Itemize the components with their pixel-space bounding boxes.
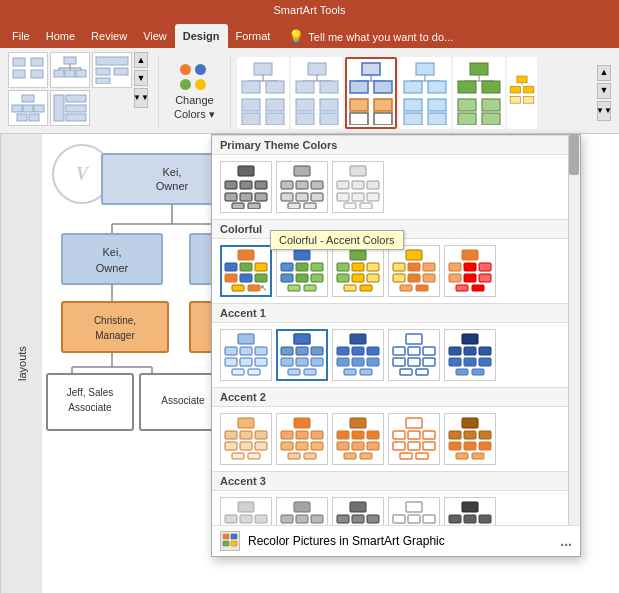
svg-rect-192 [311, 347, 323, 355]
layout-thumb-4[interactable] [8, 90, 48, 126]
smartart-styles-section [237, 52, 593, 133]
tab-review[interactable]: Review [83, 24, 135, 48]
svg-rect-85 [62, 234, 162, 284]
svg-rect-219 [479, 347, 491, 355]
dot-yellow [195, 79, 206, 90]
accent1-option-5[interactable] [444, 329, 496, 381]
svg-rect-162 [406, 250, 422, 260]
svg-rect-70 [458, 113, 476, 125]
svg-rect-177 [479, 274, 491, 282]
change-colors-button[interactable]: ChangeColors ▾ [165, 52, 224, 133]
accent3-option-4[interactable] [388, 497, 440, 525]
svg-rect-222 [479, 358, 491, 366]
primary-option-2[interactable] [276, 161, 328, 213]
colorful-option-3[interactable] [332, 245, 384, 297]
accent2-option-2[interactable] [276, 413, 328, 465]
recolor-more: ... [560, 533, 572, 549]
colorful-option-2[interactable] [276, 245, 328, 297]
svg-rect-44 [320, 113, 338, 125]
styles-scroll-down[interactable]: ▼ [597, 83, 611, 99]
colorful-option-1[interactable]: ↖ [220, 245, 272, 297]
layout-row-2 [8, 90, 132, 126]
section-label-accent2: Accent 2 [212, 387, 580, 407]
scroll-up-button[interactable]: ▲ [134, 52, 148, 68]
accent2-option-5[interactable] [444, 413, 496, 465]
svg-rect-62 [428, 113, 446, 125]
tab-home[interactable]: Home [38, 24, 83, 48]
primary-option-1[interactable] [220, 161, 272, 213]
svg-rect-19 [23, 105, 33, 112]
svg-rect-41 [296, 99, 314, 111]
svg-rect-136 [225, 263, 237, 271]
svg-rect-259 [400, 453, 412, 459]
svg-rect-125 [304, 203, 316, 209]
smartart-style-2[interactable] [291, 57, 343, 129]
styles-scroll-more[interactable]: ▼▼ [597, 101, 611, 121]
recolor-footer[interactable]: Recolor Pictures in SmartArt Graphic ... [212, 525, 580, 556]
smartart-style-3[interactable] [345, 57, 397, 129]
smartart-style-6[interactable] [507, 57, 537, 129]
svg-rect-18 [12, 105, 22, 112]
tell-me-bar[interactable]: 💡 Tell me what you want to do... [278, 25, 463, 48]
accent3-option-1[interactable] [220, 497, 272, 525]
layout-thumb-2[interactable] [50, 52, 90, 88]
tab-file[interactable]: File [4, 24, 38, 48]
section-label-accent1: Accent 1 [212, 303, 580, 323]
svg-rect-194 [296, 358, 308, 366]
svg-rect-30 [242, 81, 260, 93]
svg-rect-26 [66, 114, 86, 121]
primary-option-3[interactable] [332, 161, 384, 213]
svg-rect-36 [308, 63, 326, 75]
svg-rect-225 [238, 418, 254, 428]
accent1-option-2[interactable] [276, 329, 328, 381]
svg-rect-32 [242, 99, 260, 111]
svg-rect-50 [350, 99, 368, 111]
tab-view[interactable]: View [135, 24, 175, 48]
svg-rect-158 [352, 274, 364, 282]
svg-rect-176 [464, 274, 476, 282]
svg-rect-220 [449, 358, 461, 366]
accent2-option-4[interactable] [388, 413, 440, 465]
svg-rect-146 [296, 263, 308, 271]
svg-rect-61 [404, 113, 422, 125]
svg-text:Associate: Associate [161, 395, 205, 406]
smartart-style-4[interactable] [399, 57, 451, 129]
scrollbar-track[interactable] [568, 135, 580, 525]
smartart-style-1[interactable] [237, 57, 289, 129]
svg-rect-121 [281, 193, 293, 201]
accent3-option-3[interactable] [332, 497, 384, 525]
accent1-option-1[interactable] [220, 329, 272, 381]
smartart-style-5[interactable] [453, 57, 505, 129]
colorful-option-4[interactable] [388, 245, 440, 297]
colorful-option-5[interactable] [444, 245, 496, 297]
tab-format[interactable]: Format [228, 24, 279, 48]
tab-design[interactable]: Design [175, 24, 228, 48]
accent1-option-4[interactable] [388, 329, 440, 381]
accent2-option-3[interactable] [332, 413, 384, 465]
svg-rect-208 [393, 347, 405, 355]
svg-rect-153 [350, 250, 366, 260]
styles-scroll-up[interactable]: ▲ [597, 65, 611, 81]
svg-rect-246 [367, 431, 379, 439]
colorful-grid: ↖ [212, 239, 580, 303]
accent1-option-3[interactable] [332, 329, 384, 381]
svg-rect-218 [464, 347, 476, 355]
accent2-option-1[interactable] [220, 413, 272, 465]
svg-rect-69 [482, 99, 500, 111]
layout-thumb-1[interactable] [8, 52, 48, 88]
layout-thumb-5[interactable] [50, 90, 90, 126]
layout-thumb-3[interactable] [92, 52, 132, 88]
accent3-option-2[interactable] [276, 497, 328, 525]
svg-rect-66 [458, 81, 476, 93]
svg-rect-233 [248, 453, 260, 459]
scroll-more-button[interactable]: ▼▼ [134, 88, 148, 108]
accent3-option-5[interactable] [444, 497, 496, 525]
svg-rect-109 [225, 181, 237, 189]
svg-rect-13 [96, 57, 128, 65]
scrollbar-thumb[interactable] [569, 135, 579, 175]
svg-rect-306 [462, 502, 478, 512]
change-colors-label: ChangeColors ▾ [174, 94, 215, 120]
color-dots-icon [180, 64, 208, 92]
scroll-down-button[interactable]: ▼ [134, 70, 148, 86]
svg-rect-42 [320, 99, 338, 111]
